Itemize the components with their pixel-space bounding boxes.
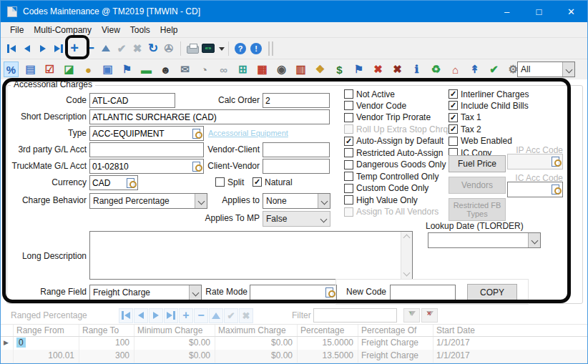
currency-input[interactable] bbox=[90, 178, 126, 188]
lookup-icon[interactable] bbox=[192, 128, 202, 139]
grid-next-button[interactable] bbox=[149, 308, 163, 323]
gauge-icon[interactable]: ◔ bbox=[197, 62, 212, 77]
table-row[interactable]: ▶ 0 100 $0.00 $0.00 15.0000 Freight Char… bbox=[1, 337, 588, 350]
checkbox-restricted-auto-assign[interactable]: Restricted Auto-Assign bbox=[344, 147, 443, 158]
grid-first-button[interactable] bbox=[119, 308, 133, 323]
network-delete2-icon[interactable]: ✖ bbox=[390, 62, 405, 77]
cancel-edit-button[interactable]: ✖ bbox=[129, 40, 145, 57]
about-button[interactable]: ! bbox=[248, 40, 264, 57]
col-percentage-of[interactable]: Percentage Of bbox=[358, 325, 433, 336]
checkbox-vendor-code[interactable]: Vendor Code bbox=[344, 100, 406, 111]
calc-order-input[interactable] bbox=[263, 96, 329, 106]
org-chart-icon[interactable]: ⊞ bbox=[235, 62, 250, 77]
chevron-down-icon[interactable] bbox=[562, 62, 574, 77]
code-input[interactable] bbox=[90, 96, 175, 106]
table-row[interactable]: 100.01 300 $0.00 $0.00 13.5000 Freight C… bbox=[1, 350, 588, 363]
fuel-price-button[interactable]: Fuel Price bbox=[449, 155, 506, 172]
clear-filter-button[interactable]: ✕ bbox=[421, 308, 438, 323]
accessorial-charges-icon[interactable]: % bbox=[4, 62, 19, 77]
checkbox-high-value-only[interactable]: High Value Only bbox=[344, 195, 418, 205]
col-minimum-charge[interactable]: Minimum Charge bbox=[134, 325, 215, 336]
lookup-icon[interactable] bbox=[126, 177, 137, 189]
notes-icon[interactable]: ▤ bbox=[23, 62, 38, 77]
apply-filter-button[interactable]: ↑ bbox=[403, 308, 420, 323]
title-bar[interactable]: Codes Maintenance @ TM2019 [TMWIN - CD] … bbox=[1, 1, 587, 22]
chevron-down-icon[interactable] bbox=[318, 194, 330, 208]
fax-icon[interactable]: ▥ bbox=[293, 62, 308, 77]
doc-info-icon[interactable]: ℹ bbox=[409, 62, 424, 77]
grid-edit-button[interactable] bbox=[209, 308, 223, 323]
print-button[interactable] bbox=[185, 40, 200, 57]
menu-view[interactable]: View bbox=[97, 24, 125, 36]
checkbox-interliner-charges[interactable]: Interliner Charges bbox=[449, 89, 529, 99]
new-code-input[interactable] bbox=[391, 287, 455, 297]
menu-file[interactable]: File bbox=[5, 24, 29, 36]
checkbox-auto-assign-by-default[interactable]: Auto-Assign by Default bbox=[344, 136, 444, 147]
type-input[interactable] bbox=[90, 129, 192, 139]
card-transfer-icon[interactable]: ▬ bbox=[139, 62, 154, 77]
checkbox-temp-controlled-only[interactable]: Temp Controlled Only bbox=[344, 171, 438, 182]
chevron-down-icon[interactable] bbox=[318, 212, 330, 226]
lookup-icon[interactable] bbox=[551, 184, 562, 195]
flag-icon[interactable]: ⚑ bbox=[119, 62, 134, 77]
grid-prior-button[interactable] bbox=[134, 308, 148, 323]
chart-icon[interactable]: ◪ bbox=[62, 62, 77, 77]
close-button[interactable]: ✕ bbox=[555, 1, 587, 22]
checkbox-tax-2[interactable]: Tax 2 bbox=[449, 124, 481, 134]
prior-record-button[interactable] bbox=[19, 40, 35, 57]
delete-record-button[interactable]: − bbox=[82, 40, 98, 57]
grid-last-button[interactable] bbox=[164, 308, 178, 323]
applies-to-combo[interactable]: None bbox=[263, 193, 330, 209]
col-start-date[interactable]: Start Date bbox=[433, 325, 588, 336]
grid-insert-button[interactable]: + bbox=[179, 308, 193, 323]
screen-select-dropdown[interactable] bbox=[216, 40, 225, 57]
screen-select-button[interactable]: «» bbox=[200, 40, 216, 57]
help-button[interactable]: ? bbox=[232, 40, 248, 57]
applies-to-mp-combo[interactable]: False bbox=[263, 211, 330, 227]
post-edit-button[interactable]: ✔ bbox=[114, 40, 129, 57]
calendar-icon[interactable]: ▦ bbox=[255, 62, 270, 77]
home-icon[interactable]: ⌂ bbox=[448, 62, 463, 77]
client-vendor-input[interactable] bbox=[263, 162, 329, 172]
natural-checkbox[interactable]: Natural bbox=[253, 177, 293, 187]
checkbox-tax-1[interactable]: Tax 1 bbox=[449, 112, 481, 123]
tree-up-icon[interactable]: ↟ bbox=[467, 62, 482, 77]
money-transfer-icon[interactable]: $ bbox=[332, 62, 347, 77]
package-check-icon[interactable]: ❖ bbox=[313, 62, 328, 77]
col-maximum-charge[interactable]: Maximum Charge bbox=[215, 325, 298, 336]
network-delete-icon[interactable]: ✖ bbox=[371, 62, 386, 77]
camera-icon[interactable]: ◉ bbox=[274, 62, 289, 77]
scrollbar[interactable] bbox=[401, 232, 412, 279]
minimize-button[interactable]: – bbox=[491, 1, 523, 22]
checkbox-dangerous-goods-only[interactable]: Dangerous Goods Only bbox=[344, 159, 446, 170]
attach-button[interactable]: ✇ bbox=[161, 40, 177, 57]
vendor-client-input[interactable] bbox=[263, 145, 329, 155]
restricted-fb-types-button[interactable]: Restricted FB Types bbox=[449, 198, 506, 221]
ic-acc-code-input[interactable] bbox=[508, 185, 551, 195]
checkbox-vendor-trip-prorate[interactable]: Vendor Trip Prorate bbox=[344, 112, 431, 123]
menu-tools[interactable]: Tools bbox=[125, 24, 155, 36]
link-icon[interactable]: ∞ bbox=[216, 62, 231, 77]
approve-icon[interactable]: ✔ bbox=[486, 62, 501, 77]
copy-button[interactable]: COPY bbox=[467, 284, 517, 300]
last-record-button[interactable] bbox=[51, 40, 67, 57]
lookup-icon[interactable] bbox=[551, 156, 562, 167]
menu-multi-company[interactable]: Multi-Company bbox=[29, 24, 97, 36]
grid-post-button[interactable]: ✔ bbox=[224, 308, 238, 323]
menu-help[interactable]: Help bbox=[155, 24, 183, 36]
lookup-icon[interactable] bbox=[325, 287, 335, 298]
maximize-button[interactable]: □ bbox=[523, 1, 555, 22]
next-record-button[interactable] bbox=[35, 40, 51, 57]
checkbox-include-child-bills[interactable]: Include Child Bills bbox=[449, 100, 529, 111]
grid-delete-button[interactable]: − bbox=[194, 308, 208, 323]
edit-record-button[interactable] bbox=[98, 40, 114, 57]
ip-acc-code-input[interactable] bbox=[508, 157, 551, 167]
driver-icon[interactable]: ☻ bbox=[158, 62, 173, 77]
rate-mode-input[interactable] bbox=[250, 287, 325, 297]
long-description-textarea[interactable] bbox=[89, 231, 413, 280]
col-range-from[interactable]: Range From bbox=[14, 325, 79, 336]
filter-input[interactable] bbox=[313, 308, 397, 323]
accessorial-equipment-link[interactable]: Accessorial Equipment bbox=[208, 129, 288, 137]
first-record-button[interactable] bbox=[4, 40, 19, 57]
grid-cancel-button[interactable]: ✖ bbox=[239, 308, 253, 323]
